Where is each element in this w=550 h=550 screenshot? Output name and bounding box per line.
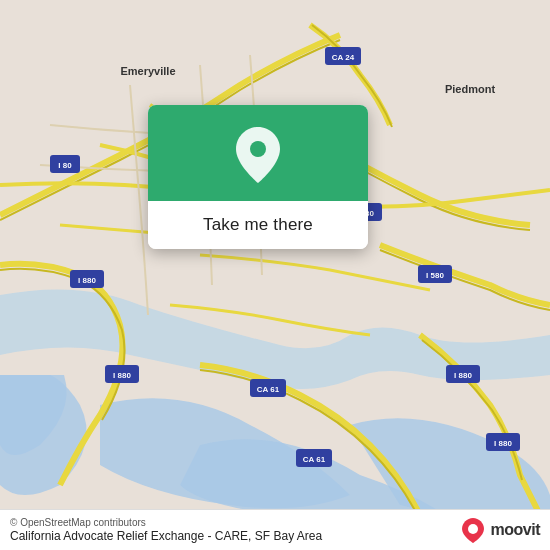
map-background: I 80 I 880 I 880 I 580 I 580 I 880 I 880… (0, 0, 550, 550)
card-header (148, 105, 368, 201)
navigation-card: Take me there (148, 105, 368, 249)
svg-text:I 880: I 880 (454, 371, 472, 380)
moovit-logo: moovit (459, 516, 540, 544)
svg-text:Emeryville: Emeryville (120, 65, 175, 77)
moovit-brand-name: moovit (491, 521, 540, 539)
svg-text:CA 61: CA 61 (303, 455, 326, 464)
moovit-pin-icon (459, 516, 487, 544)
bottom-bar: © OpenStreetMap contributors California … (0, 509, 550, 550)
svg-text:I 80: I 80 (58, 161, 72, 170)
svg-text:CA 61: CA 61 (257, 385, 280, 394)
svg-text:I 580: I 580 (426, 271, 444, 280)
svg-point-25 (250, 141, 266, 157)
svg-text:I 880: I 880 (494, 439, 512, 448)
svg-text:I 880: I 880 (113, 371, 131, 380)
location-label: California Advocate Relief Exchange - CA… (10, 529, 322, 543)
svg-text:CA 24: CA 24 (332, 53, 355, 62)
map-container: I 80 I 880 I 880 I 580 I 580 I 880 I 880… (0, 0, 550, 550)
map-attribution: © OpenStreetMap contributors (10, 517, 322, 528)
take-me-there-button[interactable]: Take me there (148, 201, 368, 249)
bottom-info: © OpenStreetMap contributors California … (10, 517, 322, 543)
svg-text:Piedmont: Piedmont (445, 83, 495, 95)
location-pin-icon (234, 127, 282, 183)
svg-text:I 880: I 880 (78, 276, 96, 285)
svg-point-26 (468, 524, 478, 534)
